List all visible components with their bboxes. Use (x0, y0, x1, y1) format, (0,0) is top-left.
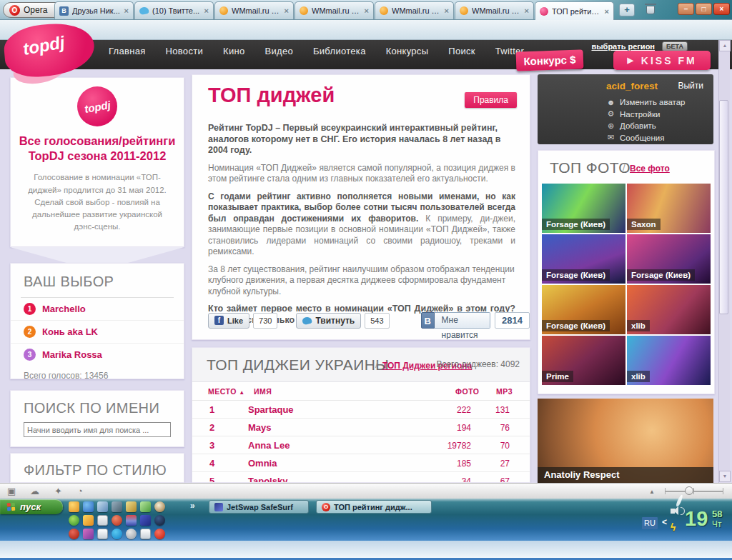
quicklaunch-opera-icon[interactable] (154, 529, 165, 539)
quicklaunch-window-icon[interactable] (97, 515, 108, 526)
table-row[interactable]: 1 Spartaque 222 131 (192, 401, 530, 419)
quicklaunch-ie-icon[interactable] (83, 501, 94, 512)
tab-close-icon[interactable]: × (204, 6, 209, 15)
photo-thumbnail[interactable]: Forsage (Киев) (627, 234, 711, 284)
col-name[interactable]: ИМЯ (254, 387, 272, 396)
voting-title[interactable]: Все голосования/рейтинги TopDJ сезона 20… (11, 134, 184, 163)
choice-item[interactable]: 2 Конь aka LK (11, 321, 184, 344)
zoom-menu-arrow[interactable]: ▲ (649, 489, 655, 495)
tab-close-icon[interactable]: × (285, 6, 289, 15)
table-row[interactable]: 4 Omnia 185 27 (192, 454, 530, 472)
cell-name[interactable]: Omnia (248, 458, 277, 469)
photo-thumbnail[interactable]: Saxon (627, 184, 711, 233)
cell-name[interactable]: Anna Lee (248, 440, 290, 451)
user-menu-item-settings[interactable]: ⚙ Настройки (606, 109, 686, 121)
tab-close-icon[interactable]: × (124, 6, 129, 15)
panels-toggle-icon[interactable]: ▣ (7, 486, 16, 496)
window-restore-button[interactable]: □ (696, 3, 712, 15)
rules-button[interactable]: Правила (465, 92, 517, 108)
task-jetswap[interactable]: JetSwap SafeSurf (209, 500, 309, 514)
tweet-button[interactable]: Твитнуть (296, 313, 361, 329)
photo-thumbnail[interactable]: xlib (627, 336, 711, 385)
quicklaunch-butterfly-icon[interactable] (83, 515, 94, 526)
quicklaunch-media-icon[interactable] (83, 529, 94, 539)
zoom-slider-track[interactable] (665, 491, 723, 492)
photo-thumbnail[interactable]: Forsage (Киев) (542, 184, 625, 233)
cell-name[interactable]: Tapolsky (248, 476, 287, 483)
quicklaunch-download-icon[interactable] (112, 515, 122, 526)
photo-thumbnail[interactable]: xlib (627, 285, 711, 334)
quicklaunch-red-app-icon[interactable] (69, 529, 79, 539)
clock-hours[interactable]: 19 (685, 507, 708, 531)
opera-link-cloud-icon[interactable]: ☁ (30, 486, 39, 496)
quicklaunch-battery-icon[interactable] (140, 501, 151, 512)
nav-library[interactable]: Библиотека (303, 44, 376, 59)
quicklaunch-globe-icon[interactable] (154, 515, 165, 526)
scroll-up-arrow[interactable]: ▲ (719, 40, 731, 51)
vk-like-widget[interactable]: В Мне нравится 2814 (421, 312, 530, 329)
volume-icon[interactable] (671, 509, 675, 514)
tab-topdj-active[interactable]: ТОП рейтин... × (535, 1, 614, 20)
table-row[interactable]: 5 Tapolsky 34 67 (192, 472, 530, 483)
logout-link[interactable]: Выйти (678, 81, 703, 91)
nav-news[interactable]: Новости (156, 44, 213, 59)
tray-collapse-arrow[interactable]: < (662, 517, 667, 527)
opera-unite-icon[interactable]: ✦ (54, 486, 62, 496)
quicklaunch-stats-icon[interactable] (69, 515, 79, 526)
quicklaunch-camera-icon[interactable] (126, 529, 137, 539)
table-row[interactable]: 3 Anna Lee 19782 70 (192, 436, 530, 454)
tab-close-icon[interactable]: × (445, 6, 449, 15)
dj-name-link[interactable]: Marika Rossa (42, 349, 102, 360)
messenger-tray-icon[interactable]: ϟ (671, 521, 676, 533)
nav-home[interactable]: Главная (99, 44, 156, 59)
contest-button[interactable]: Конкурс $ (516, 49, 584, 71)
nav-video[interactable]: Видео (254, 44, 302, 59)
cell-name[interactable]: Mays (248, 422, 272, 433)
opera-turbo-icon[interactable]: ◔ (77, 486, 83, 496)
tab-wmmail-3[interactable]: WMmail.ru - ... × (375, 1, 454, 19)
task-opera-topdj[interactable]: O ТОП рейтинг дидж... (316, 500, 432, 514)
choice-item[interactable]: 3 Marika Rossa (11, 344, 184, 366)
nav-search[interactable]: Поиск (438, 44, 485, 59)
site-logo[interactable]: topdj (4, 24, 99, 86)
choice-item[interactable]: 1 Marchello (11, 298, 184, 321)
new-tab-button[interactable]: + (619, 4, 635, 16)
quicklaunch-flashget-icon[interactable] (140, 515, 151, 526)
tab-close-icon[interactable]: × (365, 6, 369, 15)
nav-movies[interactable]: Кино (213, 44, 254, 59)
user-menu-item-messages[interactable]: ✉ Сообщения (606, 132, 686, 144)
zoom-slider-thumb[interactable] (685, 486, 693, 495)
all-photos-link[interactable]: Все фото (630, 164, 670, 174)
scroll-down-arrow[interactable]: ▼ (719, 471, 731, 482)
user-menu-item-add[interactable]: ⊕ Добавить (606, 120, 686, 132)
start-button[interactable]: пуск (0, 499, 63, 514)
window-close-button[interactable]: × (713, 3, 730, 15)
user-menu-item-avatar[interactable]: ☻ Изменить аватар (606, 96, 686, 109)
quicklaunch-cd-icon[interactable] (154, 501, 165, 512)
quicklaunch-skype-icon[interactable] (112, 529, 122, 539)
kissfm-button[interactable]: ▶ KISS FM (613, 51, 711, 70)
tab-close-icon[interactable]: × (525, 6, 529, 15)
photo-thumbnail[interactable]: Prime (542, 336, 625, 385)
quicklaunch-palette-icon[interactable] (69, 501, 79, 512)
tab-wmmail-2[interactable]: WMmail.ru - ... × (295, 1, 374, 19)
choose-region-link[interactable]: выбрать регион (591, 42, 655, 51)
tab-vk[interactable]: В Друзья Ник... × (54, 1, 134, 19)
quicklaunch-pen-icon[interactable] (126, 501, 137, 512)
username[interactable]: acid_forest (606, 81, 658, 91)
photo-thumbnail[interactable]: Forsage (Киев) (542, 234, 625, 284)
quicklaunch-floppy-icon[interactable] (126, 515, 137, 526)
quicklaunch-mail-icon[interactable] (97, 501, 108, 512)
col-photo[interactable]: ФОТО (455, 387, 479, 396)
photo-thumbnail[interactable]: Forsage (Киев) (542, 285, 625, 334)
vk-like-label[interactable]: Мне нравится (435, 312, 490, 329)
quicklaunch-x-icon[interactable] (112, 501, 122, 512)
tab-wmmail-4[interactable]: WMmail.ru - ... × (455, 1, 534, 19)
tab-close-icon[interactable]: × (605, 7, 609, 16)
dj-name-link[interactable]: Marchello (42, 304, 86, 314)
featured-photo[interactable]: Anatoliy Respect (538, 399, 713, 483)
scrollbar-thumb[interactable] (719, 100, 728, 314)
nav-contests[interactable]: Конкурсы (376, 44, 439, 59)
language-indicator[interactable]: RU (642, 517, 658, 529)
closed-tabs-trash-button[interactable] (642, 3, 659, 17)
